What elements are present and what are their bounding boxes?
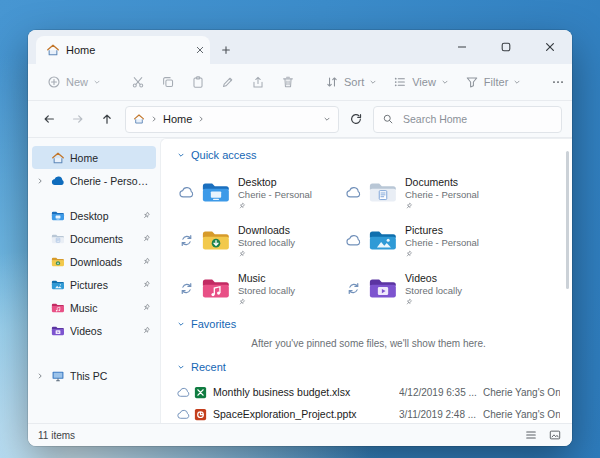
section-label: Favorites (191, 318, 236, 330)
tile-name: Downloads (238, 224, 295, 237)
sidebar-item-label: Videos (70, 325, 137, 337)
sidebar-item-this-pc[interactable]: This PC (32, 364, 156, 387)
chevron-right-icon[interactable] (36, 372, 46, 380)
copy-button[interactable] (154, 70, 182, 94)
back-button[interactable] (38, 108, 60, 130)
more-options-button[interactable] (544, 70, 572, 94)
pin-icon (238, 298, 246, 306)
section-label: Recent (191, 361, 226, 373)
file-explorer-window: Home New (28, 30, 572, 446)
share-button[interactable] (244, 70, 272, 94)
sidebar-item-pictures[interactable]: Pictures (32, 273, 156, 296)
paste-button[interactable] (184, 70, 212, 94)
sidebar-item-label: Home (70, 152, 151, 164)
sidebar-item-label: This PC (70, 370, 151, 382)
search-box[interactable] (373, 106, 562, 133)
chevron-down-icon (93, 78, 101, 86)
sidebar-item-label: Documents (70, 233, 137, 245)
refresh-button[interactable] (346, 109, 366, 129)
pin-icon (405, 250, 413, 258)
vertical-scrollbar[interactable] (566, 151, 569, 289)
cloud-status-icon (179, 185, 194, 200)
window-body: Home Cherie - Personal Desktop (28, 138, 572, 423)
window-controls (440, 30, 572, 64)
rename-button[interactable] (214, 70, 242, 94)
quick-access-tile-music[interactable]: Music Stored locally (179, 265, 344, 312)
content-pane: Quick access Desktop Cherie - Personal (160, 138, 572, 423)
close-button[interactable] (528, 30, 572, 64)
tile-subtitle: Cherie - Personal (238, 189, 312, 201)
section-header-favorites[interactable]: Favorites (177, 318, 560, 330)
chevron-down-icon (177, 151, 185, 159)
chevron-down-icon[interactable] (323, 115, 331, 123)
sidebar-item-music[interactable]: Music (32, 296, 156, 319)
address-bar[interactable]: Home (125, 106, 339, 133)
quick-access-tile-documents[interactable]: Documents Cherie - Personal (346, 169, 511, 216)
tab-title: Home (66, 44, 190, 56)
sort-label: Sort (344, 76, 364, 88)
view-button[interactable]: View (386, 70, 456, 94)
tile-subtitle: Stored locally (238, 285, 295, 297)
sort-button[interactable]: Sort (318, 70, 384, 94)
tile-name: Music (238, 272, 295, 285)
favorites-empty-message: After you've pinned some files, we'll sh… (177, 338, 560, 349)
chevron-right-icon[interactable] (36, 177, 46, 185)
tab-home[interactable]: Home (36, 36, 210, 64)
plus-circle-icon (47, 75, 61, 89)
chevron-right-icon (197, 115, 205, 123)
sidebar-item-documents[interactable]: Documents (32, 227, 156, 250)
breadcrumb-segment-home[interactable]: Home (163, 113, 192, 125)
pin-icon (405, 202, 413, 210)
tile-name: Desktop (238, 176, 312, 189)
large-icons-view-button[interactable] (546, 427, 564, 443)
cloud-status-icon (346, 185, 361, 200)
cut-icon (131, 75, 145, 89)
maximize-button[interactable] (484, 30, 528, 64)
trash-icon (281, 75, 295, 89)
section-header-quick-access[interactable]: Quick access (177, 149, 560, 161)
search-input[interactable] (401, 112, 553, 126)
sort-icon (325, 75, 339, 89)
pin-icon (142, 211, 151, 220)
delete-button[interactable] (274, 70, 302, 94)
recent-file-row[interactable]: SpaceExploration_Project.pptx 3/11/2019 … (177, 403, 560, 423)
tile-text: Music Stored locally (238, 272, 295, 306)
quick-access-tile-desktop[interactable]: Desktop Cherie - Personal (179, 169, 344, 216)
quick-access-tile-videos[interactable]: Videos Stored locally (346, 265, 511, 312)
titlebar: Home (28, 30, 572, 64)
recent-file-row[interactable]: Monthly business budget.xlsx 4/12/2019 6… (177, 381, 560, 403)
new-button[interactable]: New (40, 70, 108, 94)
up-button[interactable] (96, 108, 118, 130)
quick-access-tile-downloads[interactable]: Downloads Stored locally (179, 217, 344, 264)
sidebar-item-videos[interactable]: Videos (32, 319, 156, 342)
downloads-folder-icon (51, 255, 65, 269)
new-tab-button[interactable] (214, 38, 238, 62)
chevron-down-icon (441, 78, 449, 86)
tile-text: Downloads Stored locally (238, 224, 295, 258)
sidebar-item-onedrive-personal[interactable]: Cherie - Personal (32, 169, 156, 192)
tile-text: Documents Cherie - Personal (405, 176, 479, 210)
chevron-down-icon (513, 78, 521, 86)
tab-close-icon[interactable] (196, 46, 204, 54)
file-date: 4/12/2019 6:35 ... (399, 387, 483, 398)
navigation-pane: Home Cherie - Personal Desktop (28, 138, 160, 423)
pin-icon (238, 202, 246, 210)
pictures-folder-icon (368, 228, 398, 253)
sidebar-gap (32, 192, 156, 204)
minimize-button[interactable] (440, 30, 484, 64)
videos-folder-icon (368, 276, 398, 301)
rename-icon (221, 75, 235, 89)
section-header-recent[interactable]: Recent (177, 361, 560, 373)
tile-text: Desktop Cherie - Personal (238, 176, 312, 210)
filter-button[interactable]: Filter (458, 70, 528, 94)
quick-access-tile-pictures[interactable]: Pictures Cherie - Personal (346, 217, 511, 264)
details-view-button[interactable] (522, 427, 540, 443)
view-toggles (522, 427, 564, 443)
sidebar-item-desktop[interactable]: Desktop (32, 204, 156, 227)
cut-button[interactable] (124, 70, 152, 94)
sidebar-item-downloads[interactable]: Downloads (32, 250, 156, 273)
desktop-folder-icon (51, 209, 65, 223)
forward-button[interactable] (67, 108, 89, 130)
sidebar-item-home[interactable]: Home (32, 146, 156, 169)
view-label: View (412, 76, 436, 88)
